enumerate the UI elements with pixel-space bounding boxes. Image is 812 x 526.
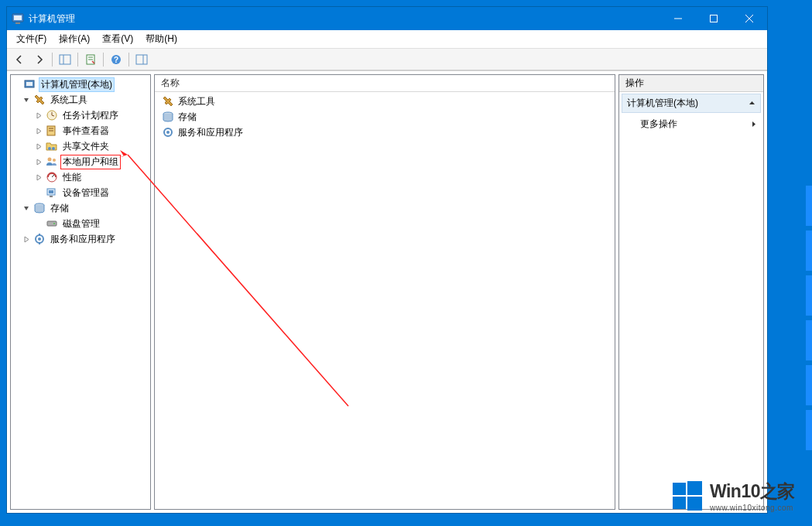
event-icon	[46, 125, 58, 137]
users-icon	[46, 155, 58, 168]
tree-label: 本地用户和组	[60, 155, 121, 169]
tree-performance[interactable]: 性能	[11, 169, 150, 185]
minimize-button[interactable]	[660, 7, 696, 30]
storage-icon	[33, 202, 46, 214]
tree-label: 存储	[48, 201, 71, 216]
tree-task-scheduler[interactable]: 任务计划程序	[11, 108, 150, 123]
svg-rect-7	[60, 55, 70, 64]
clock-icon	[46, 109, 58, 121]
svg-point-37	[38, 237, 41, 241]
services-icon	[33, 233, 46, 245]
toolbar: ?	[7, 49, 767, 70]
expander-icon[interactable]	[22, 203, 31, 213]
toolbar-separator	[128, 53, 129, 67]
expander-icon[interactable]	[34, 126, 43, 135]
svg-rect-17	[26, 82, 33, 86]
tree-label: 性能	[60, 170, 84, 185]
tree-label: 磁盘管理	[60, 217, 102, 231]
expander-icon[interactable]	[34, 111, 43, 120]
svg-rect-4	[711, 15, 718, 22]
tree-label: 事件查看器	[60, 124, 111, 138]
titlebar: 计算机管理	[7, 7, 767, 30]
expander-icon[interactable]	[34, 157, 43, 166]
tree-label: 共享文件夹	[60, 139, 111, 154]
forward-button[interactable]	[30, 51, 49, 68]
properties-button[interactable]	[81, 51, 100, 68]
svg-rect-34	[47, 221, 57, 226]
tree-system-tools[interactable]: 系统工具	[11, 92, 150, 108]
submenu-arrow-icon	[752, 121, 756, 128]
shared-folder-icon	[46, 140, 58, 152]
svg-rect-45	[687, 481, 702, 495]
menu-view[interactable]: 查看(V)	[96, 30, 139, 48]
tree-storage[interactable]: 存储	[11, 200, 150, 216]
svg-rect-47	[687, 497, 702, 511]
expander-spacer	[34, 219, 43, 228]
collapse-icon	[749, 100, 755, 107]
help-button[interactable]: ?	[107, 51, 125, 68]
list-column-header[interactable]: 名称	[155, 75, 615, 92]
svg-rect-2	[15, 22, 20, 24]
computer-mgmt-icon	[24, 78, 36, 91]
expander-icon[interactable]	[34, 172, 43, 182]
list-item[interactable]: 服务和应用程序	[155, 125, 615, 140]
tree-label: 服务和应用程序	[48, 232, 118, 247]
show-hide-tree-button[interactable]	[56, 51, 74, 68]
watermark: Win10之家 www.win10xitong.com	[671, 480, 795, 512]
device-icon	[46, 186, 58, 199]
windows-logo-icon	[671, 480, 704, 512]
back-button[interactable]	[10, 51, 29, 68]
svg-point-25	[52, 147, 55, 150]
menu-help[interactable]: 帮助(H)	[139, 30, 183, 48]
tree-root-label: 计算机管理(本地)	[39, 77, 115, 92]
svg-point-24	[48, 147, 51, 150]
expander-icon[interactable]	[22, 95, 31, 104]
close-button[interactable]	[731, 7, 767, 30]
list-item[interactable]: 存储	[155, 109, 615, 125]
list-item[interactable]: 系统工具	[155, 94, 615, 109]
menu-file[interactable]: 文件(F)	[10, 30, 53, 48]
disk-icon	[46, 217, 58, 230]
menu-action[interactable]: 操作(A)	[53, 30, 96, 48]
maximize-button[interactable]	[696, 7, 731, 30]
show-hide-action-button[interactable]	[132, 51, 151, 68]
svg-rect-31	[50, 196, 53, 197]
tree-pane[interactable]: 计算机管理(本地) 系统工具 任务计划程序 事件查看器 共享文件夹	[10, 74, 151, 510]
app-icon	[12, 12, 24, 25]
storage-icon	[162, 111, 174, 123]
tree-device-manager[interactable]: 设备管理器	[11, 185, 150, 200]
tree-root[interactable]: 计算机管理(本地)	[11, 77, 150, 92]
tree-event-viewer[interactable]: 事件查看器	[11, 123, 150, 138]
content-area: 计算机管理(本地) 系统工具 任务计划程序 事件查看器 共享文件夹	[7, 70, 767, 513]
watermark-text: Win10之家 www.win10xitong.com	[710, 480, 795, 512]
svg-point-26	[48, 158, 52, 162]
list-pane[interactable]: 名称 系统工具 存储 服务和应用程序	[154, 74, 615, 510]
list-item-label: 服务和应用程序	[178, 126, 243, 139]
tree-shared-folders[interactable]: 共享文件夹	[11, 138, 150, 154]
actions-pane: 操作 计算机管理(本地) 更多操作	[618, 74, 764, 510]
tree-local-users-groups[interactable]: 本地用户和组	[11, 154, 150, 169]
svg-rect-32	[49, 190, 53, 193]
expander-icon[interactable]	[12, 80, 22, 89]
svg-rect-44	[673, 483, 686, 495]
svg-rect-14	[136, 55, 147, 64]
action-more[interactable]: 更多操作	[622, 114, 761, 134]
menubar: 文件(F) 操作(A) 查看(V) 帮助(H)	[7, 30, 767, 49]
performance-icon	[46, 171, 58, 183]
tree-disk-management[interactable]: 磁盘管理	[11, 216, 150, 231]
tree-label: 设备管理器	[60, 186, 111, 200]
main-window: 计算机管理 文件(F) 操作(A) 查看(V) 帮助(H) ? 计算机管理(本地…	[6, 6, 768, 514]
tools-icon	[162, 95, 174, 108]
svg-point-35	[53, 223, 55, 224]
svg-point-42	[166, 131, 170, 134]
svg-text:?: ?	[114, 56, 118, 64]
list-item-label: 存储	[178, 111, 197, 124]
svg-rect-46	[673, 497, 686, 509]
svg-rect-1	[14, 15, 22, 20]
tools-icon	[33, 94, 46, 106]
action-section-header[interactable]: 计算机管理(本地)	[622, 94, 761, 113]
tree-services-apps[interactable]: 服务和应用程序	[11, 231, 150, 247]
expander-icon[interactable]	[22, 234, 31, 244]
expander-spacer	[34, 188, 43, 197]
expander-icon[interactable]	[34, 142, 43, 151]
